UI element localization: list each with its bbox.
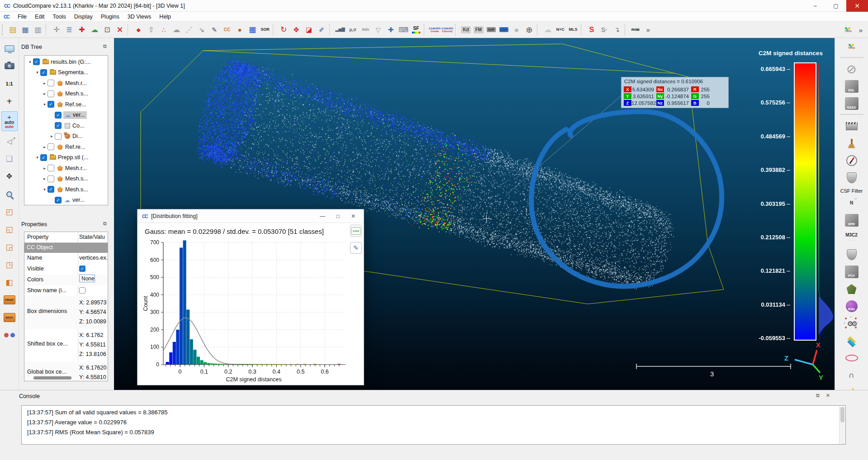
layers-plugin[interactable] [843, 333, 860, 348]
auto-pick-rotation-center[interactable]: +autoauto [1, 111, 18, 131]
tree-checkbox[interactable]: ✓ [40, 69, 47, 76]
globe-grid[interactable]: ⊕ [523, 24, 536, 36]
console-scrollbar[interactable] [839, 406, 845, 445]
tree-checkbox[interactable] [47, 165, 54, 171]
tree-expand-arrow[interactable]: ▸ [42, 176, 47, 181]
dialog-title-bar[interactable]: CC [Distribution fitting] — □ ✕ [138, 209, 364, 223]
tree-item-ver[interactable]: ✓☁ver... [25, 195, 108, 206]
tree-expand-arrow[interactable]: ▸ [42, 81, 47, 85]
menu-plugins[interactable]: Plugins [97, 14, 123, 20]
flip-view[interactable]: ◁ [1, 133, 18, 149]
cross-section[interactable]: ◪ [303, 24, 315, 36]
apply-transformation[interactable]: ⊡ [101, 24, 114, 36]
visible-checkbox[interactable]: ✓ [79, 266, 85, 272]
tree-item-segmenta[interactable]: ▾✓Segmenta... [25, 67, 108, 78]
classification-gears[interactable]: ⚙⚙ [843, 316, 860, 331]
pcv-plugin[interactable]: PCV [843, 264, 860, 280]
menu-tools[interactable]: Tools [49, 14, 70, 20]
dialog-minimize-button[interactable]: — [315, 213, 330, 219]
normal-vector-n[interactable]: N [843, 195, 860, 211]
shp-export[interactable]: SHP [485, 24, 498, 36]
zoom-1-1[interactable]: 1:1 [1, 76, 18, 91]
hpr-plugin[interactable]: HPR [843, 213, 860, 228]
tree-item-mesh-r[interactable]: ▸Mesh.r... [25, 78, 108, 89]
rsd-plugin[interactable]: RSD [843, 299, 860, 314]
tree-item-ver[interactable]: ✓☁ver... [25, 110, 108, 121]
display-options[interactable] [1, 41, 18, 56]
normals-curvature[interactable]: N+C [554, 24, 567, 36]
tree-expand-arrow[interactable]: ▾ [34, 70, 40, 75]
merge-clouds[interactable]: ✚ [76, 24, 88, 36]
density-cloud[interactable]: ☁ [170, 24, 183, 36]
masc-train-dock[interactable]: TRAIN [843, 39, 860, 54]
facets-plugin[interactable] [843, 281, 860, 297]
tree-checkbox[interactable] [47, 143, 54, 150]
tree-item-di[interactable]: ▸Di... [25, 131, 108, 142]
tree-item-mesh-s[interactable]: ▸Mesh.s... [25, 174, 108, 185]
dialog-close-button[interactable]: ✕ [346, 213, 361, 219]
save-file[interactable]: ▦ [19, 24, 32, 36]
properties-list[interactable]: ☰ [63, 24, 76, 36]
tree-expand-arrow[interactable]: ▾ [27, 60, 33, 64]
properties-float-icon[interactable]: ⧉ [103, 221, 107, 227]
point-picking[interactable]: ✐ [315, 24, 328, 36]
menu-edit[interactable]: Edit [31, 14, 49, 20]
kd-tree-plugin[interactable]: Kd [460, 24, 472, 36]
delete-entity[interactable]: ✕ [114, 24, 126, 36]
filter-by-value[interactable]: ▽ [372, 24, 384, 36]
shield-plugin-a[interactable] [843, 170, 860, 185]
align-cc[interactable]: CC [221, 24, 233, 36]
close-button[interactable]: ✕ [846, 0, 868, 12]
sf-add[interactable]: ✚ [384, 24, 397, 36]
menu-display[interactable]: Display [70, 14, 97, 20]
dialog-maximize-button[interactable]: □ [330, 213, 346, 219]
fm-plugin[interactable]: FM [472, 24, 485, 36]
resample-arrow[interactable]: ⇘ [195, 24, 208, 36]
interactive-rotation[interactable]: ↻ [277, 24, 290, 36]
animation-plugin[interactable] [843, 119, 860, 134]
view-bottom[interactable]: ◱ [1, 222, 18, 237]
tree-item-ref-se[interactable]: ▾✓Ref.se... [25, 99, 108, 110]
toolbar-grip[interactable] [2, 24, 5, 35]
render-off[interactable]: ⊘ [843, 62, 860, 77]
view-iso[interactable]: ◧ [1, 275, 18, 290]
tree-expand-arrow[interactable]: ▸ [49, 134, 55, 138]
maximize-button[interactable]: ▢ [825, 0, 846, 12]
interactive-transform[interactable]: ◆ [132, 24, 145, 36]
db-tree-float-icon[interactable]: ⧉ [103, 43, 107, 49]
console-line-0[interactable]: [13:37:57] Sum of all valid squared valu… [22, 408, 845, 417]
clay-figure[interactable]: ● [233, 24, 246, 36]
tree-checkbox[interactable]: ✓ [33, 58, 40, 65]
console-line-1[interactable]: [13:37:57] Average value = 0.0229976 [22, 417, 845, 427]
tree-checkbox[interactable]: ✓ [55, 112, 62, 119]
masc-train[interactable]: TRAIN [842, 24, 854, 36]
tree-checkbox[interactable] [47, 175, 54, 182]
export-csv-button[interactable]: csv [350, 225, 362, 237]
mls-smooth[interactable]: MLS [567, 24, 579, 36]
min-distance[interactable]: min [359, 24, 372, 36]
properties-hscrollbar[interactable] [33, 376, 71, 379]
console-log[interactable]: [13:37:57] Sum of all valid squared valu… [21, 405, 846, 445]
tree-checkbox[interactable]: ✓ [40, 154, 47, 161]
canupo-create[interactable]: CANUPOCreate [428, 24, 441, 36]
colors-dropdown[interactable]: None [79, 275, 95, 282]
console-close-icon[interactable]: ✕ [826, 393, 830, 398]
checkerboard-texture[interactable]: ▦ [246, 24, 259, 36]
tree-item-prepp-stl[interactable]: ▾✓Prepp.stl (... [25, 152, 108, 163]
screenshot-camera[interactable] [1, 58, 18, 74]
tree-checkbox[interactable]: ✓ [55, 197, 62, 204]
view-top[interactable]: ◰ [1, 204, 18, 219]
menu-file[interactable]: File [14, 14, 31, 20]
point-list-picking[interactable]: ✎ [208, 24, 221, 36]
stat-params[interactable]: μ,σ [346, 24, 359, 36]
view-back[interactable]: BACK [1, 310, 18, 325]
primitive-factory[interactable]: ✛ [50, 24, 63, 36]
toolbar-overflow[interactable]: » [642, 24, 655, 36]
tree-checkbox[interactable]: ✓ [55, 122, 62, 129]
view-right[interactable]: ◳ [1, 257, 18, 272]
tree-expand-arrow[interactable]: ▸ [42, 145, 47, 149]
fuse-entities[interactable]: ☁ [88, 24, 101, 36]
sor-filter[interactable]: SOR [259, 24, 271, 36]
edl-shader[interactable]: EDL [843, 79, 860, 94]
tree-checkbox[interactable]: ✓ [47, 186, 54, 193]
